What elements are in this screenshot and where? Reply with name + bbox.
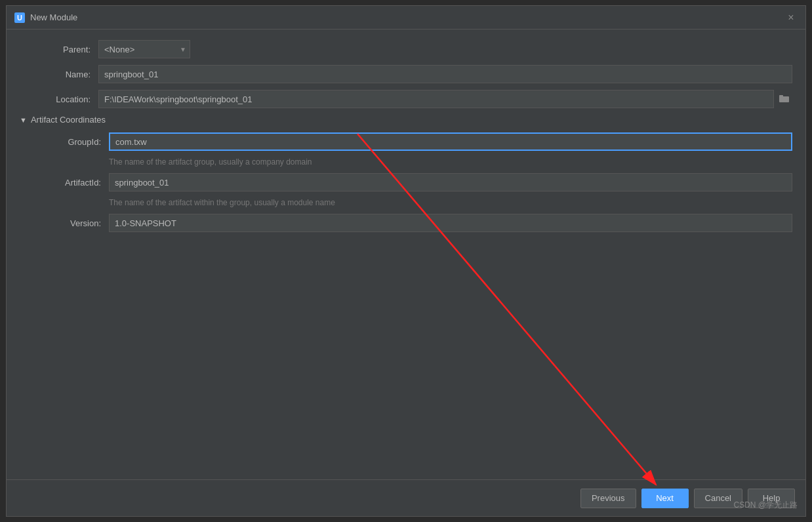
parent-select-wrapper: <None> ▼	[98, 40, 190, 58]
name-label: Name:	[20, 70, 98, 79]
groupid-row: GroupId:	[30, 132, 792, 151]
location-input[interactable]	[98, 90, 774, 108]
parent-select[interactable]: <None>	[98, 40, 190, 58]
svg-rect-1	[779, 95, 783, 97]
title-bar: U New Module ×	[7, 6, 805, 30]
artifactid-hint: The name of the artifact within the grou…	[109, 198, 792, 207]
artifact-section-header: ▼ Artifact Coordinates	[20, 115, 792, 125]
version-row: Version:	[30, 214, 792, 232]
new-module-dialog: U New Module × Parent: <None> ▼ Name:	[6, 5, 806, 517]
artifactid-row: ArtifactId:	[30, 173, 792, 191]
version-input[interactable]	[109, 214, 792, 232]
groupid-hint: The name of the artifact group, usually …	[109, 157, 792, 167]
title-bar-left: U New Module	[14, 12, 77, 23]
dialog-title: New Module	[30, 12, 77, 22]
parent-label: Parent:	[20, 45, 98, 54]
groupid-control	[109, 132, 792, 151]
dialog-body: Parent: <None> ▼ Name: Location:	[7, 30, 805, 479]
location-control	[98, 90, 792, 108]
artifact-section-body: GroupId: The name of the artifact group,…	[30, 132, 792, 232]
location-label: Location:	[20, 94, 98, 104]
name-input[interactable]	[98, 65, 792, 83]
svg-rect-0	[779, 96, 789, 102]
dialog-icon: U	[14, 12, 25, 23]
groupid-input[interactable]	[109, 132, 792, 151]
parent-row: Parent: <None> ▼	[20, 40, 792, 58]
close-button[interactable]: ×	[784, 11, 798, 24]
parent-control: <None> ▼	[98, 40, 792, 58]
artifactid-control	[109, 173, 792, 191]
browse-button[interactable]	[777, 92, 792, 106]
artifactid-label: ArtifactId:	[30, 178, 109, 188]
watermark: CSDN @学无止路	[733, 500, 798, 511]
section-collapse-icon[interactable]: ▼	[20, 116, 27, 124]
artifactid-input[interactable]	[109, 173, 792, 191]
next-button[interactable]: Next	[641, 489, 689, 508]
dialog-footer: Previous Next Cancel Help	[7, 479, 805, 516]
version-control	[109, 214, 792, 232]
folder-icon	[779, 94, 790, 103]
groupid-label: GroupId:	[30, 137, 109, 147]
previous-button[interactable]: Previous	[580, 489, 636, 508]
version-label: Version:	[30, 218, 109, 228]
name-row: Name:	[20, 65, 792, 83]
location-row: Location:	[20, 90, 792, 108]
artifact-section-title: Artifact Coordinates	[31, 115, 106, 125]
name-control	[98, 65, 792, 83]
